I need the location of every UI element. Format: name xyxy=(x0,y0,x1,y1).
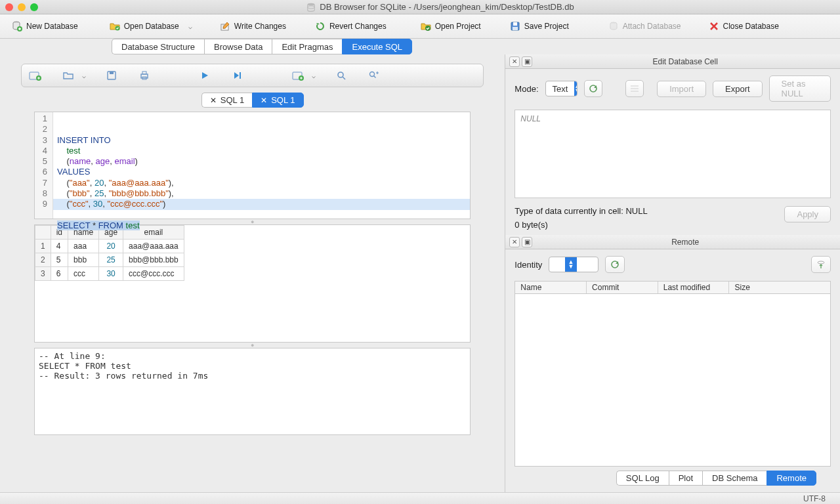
table-row[interactable]: 2 5 bbb 25 bbb@bbb.bbb xyxy=(35,253,184,267)
revert-changes-icon xyxy=(315,21,326,32)
minimize-window-icon[interactable] xyxy=(18,3,26,11)
identity-label: Identity xyxy=(514,260,542,270)
chevron-updown-icon: ▲▼ xyxy=(565,257,577,272)
window-title-text: DB Browser for SQLite - /Users/jeonghean… xyxy=(320,2,574,12)
panel-detach-icon[interactable]: ▣ xyxy=(522,56,532,67)
splitter-handle-icon[interactable]: ● xyxy=(0,343,505,348)
apply-button: Apply xyxy=(784,206,831,222)
execute-all-button[interactable] xyxy=(198,68,212,83)
right-panels: ✕ ▣ Edit Database Cell Mode: Text ▲▼ Imp… xyxy=(505,54,840,492)
sql-tab-1[interactable]: ✕SQL 1 xyxy=(201,93,252,108)
open-database-button[interactable]: Open Database xyxy=(103,18,186,34)
status-encoding: UTF-8 xyxy=(803,494,826,503)
new-sql-tab-button[interactable] xyxy=(28,68,43,83)
close-database-button[interactable]: Close Database xyxy=(703,19,785,33)
svg-point-25 xyxy=(818,261,824,264)
attach-database-label: Attach Database xyxy=(623,22,681,31)
open-database-label: Open Database xyxy=(124,22,179,31)
maximize-window-icon[interactable] xyxy=(30,3,38,11)
open-project-button[interactable]: Open Project xyxy=(414,18,488,34)
table-row[interactable]: 3 6 ccc 30 ccc@ccc.ccc xyxy=(35,267,184,281)
svg-point-1 xyxy=(308,6,315,9)
status-bar: UTF-8 xyxy=(0,492,840,504)
panel-close-icon[interactable]: ✕ xyxy=(509,56,520,67)
identity-select-value xyxy=(549,260,565,270)
svg-rect-9 xyxy=(513,27,518,30)
write-changes-button[interactable]: Write Changes xyxy=(213,18,293,34)
tab-edit-pragmas[interactable]: Edit Pragmas xyxy=(272,39,342,54)
remote-table-body[interactable] xyxy=(514,294,831,467)
remote-push-button[interactable] xyxy=(811,256,831,273)
remote-col-commit[interactable]: Commit xyxy=(587,282,658,293)
tab-sql-log[interactable]: SQL Log xyxy=(616,471,669,486)
attach-database-icon xyxy=(608,21,619,32)
svg-rect-18 xyxy=(240,72,241,79)
sql-console[interactable]: -- At line 9: SELECT * FROM test -- Resu… xyxy=(34,348,471,435)
write-changes-label: Write Changes xyxy=(234,22,286,31)
open-sql-dropdown-icon[interactable]: ⌵ xyxy=(82,72,86,79)
close-tab-icon[interactable]: ✕ xyxy=(261,96,267,105)
indent-icon xyxy=(630,85,639,93)
revert-changes-button[interactable]: Revert Changes xyxy=(308,18,393,34)
main-tabs: Database Structure Browse Data Edit Prag… xyxy=(0,39,840,54)
remote-panel: Identity ▲▼ Name Commit Last modified Si… xyxy=(505,249,840,492)
window-title: DB Browser for SQLite - /Users/jeonghean… xyxy=(46,2,835,12)
tab-execute-sql[interactable]: Execute SQL xyxy=(342,39,412,54)
sql-tab-2[interactable]: ✕SQL 1 xyxy=(252,93,303,108)
execute-line-button[interactable] xyxy=(230,68,245,83)
tab-remote[interactable]: Remote xyxy=(766,471,816,486)
open-project-icon xyxy=(421,21,431,32)
sql-tabs: ✕SQL 1 ✕SQL 1 xyxy=(0,93,505,108)
remote-panel-title: Remote xyxy=(534,238,836,247)
tab-browse-data[interactable]: Browse Data xyxy=(204,39,272,54)
sql-tab-1-label: SQL 1 xyxy=(220,95,244,105)
close-window-icon[interactable] xyxy=(5,3,13,11)
tab-database-structure[interactable]: Database Structure xyxy=(112,39,204,54)
panel-close-icon[interactable]: ✕ xyxy=(509,237,520,247)
close-tab-icon[interactable]: ✕ xyxy=(210,96,217,105)
results-header-rownum[interactable] xyxy=(35,226,51,240)
save-project-label: Save Project xyxy=(524,22,569,31)
tab-plot[interactable]: Plot xyxy=(669,471,702,486)
save-project-icon xyxy=(510,21,520,32)
close-database-label: Close Database xyxy=(723,22,778,31)
tab-db-schema[interactable]: DB Schema xyxy=(702,471,766,486)
indent-button xyxy=(625,80,644,97)
execute-sql-pane: ⌵ ⌵ ✕SQL 1 ✕SQL 1 1 2 3 4 5 6 7 xyxy=(0,54,505,492)
new-database-button[interactable]: New Database xyxy=(5,18,85,34)
svg-point-0 xyxy=(308,3,315,5)
refresh-icon xyxy=(610,260,620,269)
sql-editor[interactable]: 1 2 3 4 5 6 7 8 9 INSERT INTO test (name… xyxy=(34,112,471,219)
export-button[interactable]: Export xyxy=(713,81,763,97)
open-database-dropdown-icon[interactable]: ⌵ xyxy=(188,23,192,30)
revert-changes-label: Revert Changes xyxy=(329,22,387,31)
save-results-dropdown-icon[interactable]: ⌵ xyxy=(312,72,316,79)
save-results-button[interactable] xyxy=(291,68,305,83)
sql-tab-2-label: SQL 1 xyxy=(271,95,295,105)
find-replace-button[interactable] xyxy=(367,68,381,83)
save-project-button[interactable]: Save Project xyxy=(503,18,576,34)
mode-select[interactable]: Text ▲▼ xyxy=(545,81,578,96)
main-toolbar: New Database Open Database ⌵ Write Chang… xyxy=(0,14,840,39)
find-button[interactable] xyxy=(334,68,348,83)
cell-value-textarea[interactable]: NULL xyxy=(514,110,831,198)
remote-col-size[interactable]: Size xyxy=(729,282,830,293)
panel-detach-icon[interactable]: ▣ xyxy=(522,237,532,247)
editor-code[interactable]: INSERT INTO test (name, age, email) VALU… xyxy=(53,112,470,219)
open-database-icon xyxy=(110,21,120,32)
print-sql-button[interactable] xyxy=(137,68,152,83)
new-database-label: New Database xyxy=(26,22,78,31)
remote-col-name[interactable]: Name xyxy=(515,282,587,293)
identity-refresh-button[interactable] xyxy=(605,256,625,273)
open-sql-file-button[interactable] xyxy=(61,68,75,83)
mode-label: Mode: xyxy=(514,84,538,94)
mode-select-value: Text xyxy=(546,84,575,94)
remote-table-header: Name Commit Last modified Size xyxy=(514,281,831,294)
svg-rect-14 xyxy=(110,72,114,74)
right-bottom-tabs: SQL Log Plot DB Schema Remote xyxy=(514,467,831,486)
remote-col-modified[interactable]: Last modified xyxy=(658,282,730,293)
mode-reload-button[interactable] xyxy=(584,80,602,97)
write-changes-icon xyxy=(220,21,230,32)
identity-select[interactable]: ▲▼ xyxy=(549,257,598,272)
save-sql-button[interactable] xyxy=(104,68,119,83)
